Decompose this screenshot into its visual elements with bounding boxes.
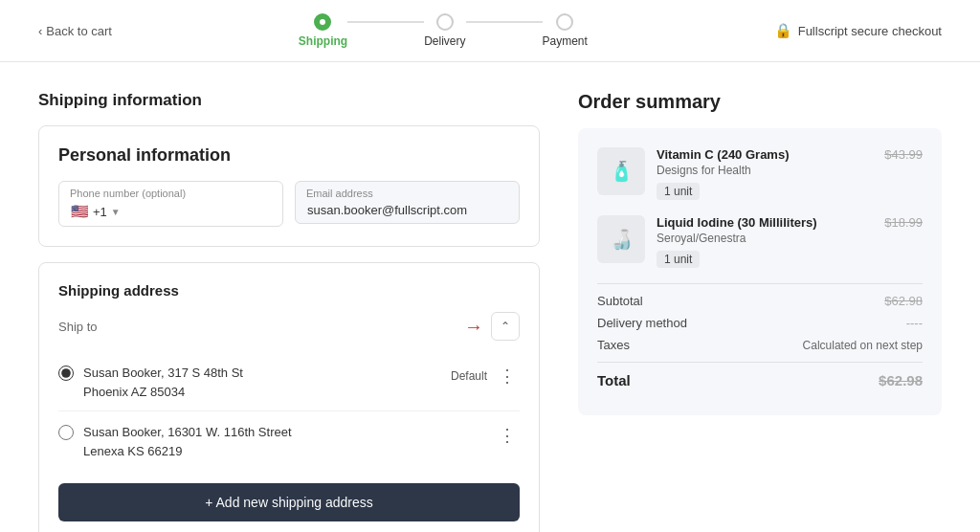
address-menu-2[interactable]: ⋮ (495, 423, 520, 448)
phone-field: Phone number (optional) 🇺🇸 +1 ▼ (58, 181, 283, 227)
personal-info-card: Personal information Phone number (optio… (38, 125, 540, 247)
address-line2-2: Lenexa KS 66219 (83, 444, 182, 458)
back-arrow-icon: ‹ (38, 24, 42, 38)
ship-to-row: Ship to → ⌃ (58, 312, 520, 341)
delivery-value: ---- (906, 316, 923, 330)
add-shipping-address-button[interactable]: + Add new shipping address (58, 483, 520, 521)
address-item-1: Susan Booker, 317 S 48th St Phoenix AZ 8… (58, 354, 520, 411)
product-name-2: Liquid Iodine (30 Milliliters) (657, 215, 873, 230)
secure-checkout: 🔒 Fullscript secure checkout (774, 22, 942, 39)
address-text-1: Susan Booker, 317 S 48th St Phoenix AZ 8… (83, 364, 243, 401)
right-column: Order summary 🧴 Vitamin C (240 Grams) De… (578, 91, 942, 415)
address-line1-1: Susan Booker, 317 S 48th St (83, 366, 243, 380)
phone-country-code: +1 (93, 205, 107, 219)
product-info-2: Liquid Iodine (30 Milliliters) Seroyal/G… (657, 215, 873, 268)
address-radio-2[interactable] (58, 425, 74, 440)
product-brand-2: Seroyal/Genestra (657, 232, 873, 245)
taxes-value: Calculated on next step (803, 339, 923, 352)
back-to-cart-link[interactable]: ‹ Back to cart (38, 24, 112, 38)
toggle-addresses-button[interactable]: ⌃ (491, 312, 520, 341)
step-payment: Payment (543, 13, 588, 48)
product-image-1: 🧴 (597, 147, 645, 195)
address-radio-1[interactable] (58, 366, 74, 381)
address-item-2: Susan Booker, 16301 W. 116th Street Lene… (58, 413, 520, 470)
back-to-cart-label: Back to cart (46, 24, 112, 38)
order-summary-title: Order summary (578, 91, 942, 113)
phone-prefix[interactable]: 🇺🇸 +1 ▼ (71, 203, 121, 220)
checkout-steps: Shipping Delivery Payment (299, 13, 588, 48)
red-arrow-icon: → (464, 317, 483, 336)
address-right-2: ⋮ (495, 423, 520, 448)
delivery-row: Delivery method ---- (597, 316, 923, 330)
arrow-container: → ⌃ (464, 312, 520, 341)
shipping-address-title: Shipping address (58, 282, 520, 299)
total-value: $62.98 (879, 372, 923, 388)
order-item-2: 🍶 Liquid Iodine (30 Milliliters) Seroyal… (597, 215, 923, 268)
address-right-1: Default ⋮ (451, 364, 520, 388)
address-text-2: Susan Booker, 16301 W. 116th Street Lene… (83, 423, 292, 460)
address-left-1: Susan Booker, 317 S 48th St Phoenix AZ 8… (58, 364, 243, 401)
product-unit-2: 1 unit (657, 251, 700, 268)
product-unit-1: 1 unit (657, 183, 700, 200)
email-field: Email address (295, 181, 520, 227)
total-row: Total $62.98 (597, 372, 923, 388)
step-label-shipping: Shipping (299, 34, 347, 48)
product-price-2: $18.99 (884, 215, 923, 230)
ship-to-label: Ship to (58, 320, 97, 334)
product-brand-1: Designs for Health (657, 164, 873, 177)
email-label: Email address (306, 188, 373, 199)
step-circle-shipping (314, 13, 331, 31)
address-left-2: Susan Booker, 16301 W. 116th Street Lene… (58, 423, 292, 460)
taxes-row: Taxes Calculated on next step (597, 338, 923, 352)
product-price-1: $43.99 (884, 147, 923, 162)
delivery-label: Delivery method (597, 316, 687, 330)
flag-icon: 🇺🇸 (71, 203, 89, 220)
step-delivery: Delivery (424, 13, 465, 48)
secure-checkout-label: Fullscript secure checkout (798, 24, 942, 38)
step-circle-payment (556, 13, 573, 31)
product-image-2: 🍶 (597, 215, 645, 263)
address-list: Susan Booker, 317 S 48th St Phoenix AZ 8… (58, 354, 520, 470)
product-info-1: Vitamin C (240 Grams) Designs for Health… (657, 147, 873, 200)
step-line-1 (347, 21, 424, 23)
default-badge: Default (451, 369, 487, 383)
phone-label: Phone number (optional) (70, 188, 186, 199)
step-line-2 (466, 21, 543, 23)
step-circle-delivery (436, 13, 454, 31)
form-row: Phone number (optional) 🇺🇸 +1 ▼ Email ad… (58, 181, 520, 227)
step-shipping: Shipping (299, 13, 347, 48)
phone-chevron-icon: ▼ (111, 207, 121, 217)
step-label-payment: Payment (543, 34, 588, 48)
header: ‹ Back to cart Shipping Delivery Payment… (0, 0, 980, 62)
address-line1-2: Susan Booker, 16301 W. 116th Street (83, 425, 292, 439)
subtotal-label: Subtotal (597, 294, 643, 308)
lock-icon: 🔒 (774, 22, 792, 39)
taxes-label: Taxes (597, 338, 630, 352)
divider-1 (597, 283, 923, 284)
order-summary-card: 🧴 Vitamin C (240 Grams) Designs for Heal… (578, 128, 942, 415)
personal-info-title: Personal information (58, 145, 520, 166)
divider-2 (597, 362, 923, 363)
left-column: Shipping information Personal informatio… (38, 91, 578, 532)
main-content: Shipping information Personal informatio… (0, 62, 980, 532)
address-line2-1: Phoenix AZ 85034 (83, 385, 185, 399)
order-item-1: 🧴 Vitamin C (240 Grams) Designs for Heal… (597, 147, 923, 200)
shipping-section-title: Shipping information (38, 91, 540, 110)
product-icon-2: 🍶 (610, 228, 634, 251)
subtotal-value: $62.98 (884, 294, 923, 308)
subtotal-row: Subtotal $62.98 (597, 294, 923, 308)
address-menu-1[interactable]: ⋮ (495, 364, 520, 388)
product-name-1: Vitamin C (240 Grams) (657, 147, 873, 162)
shipping-address-card: Shipping address Ship to → ⌃ Su (38, 262, 540, 532)
step-label-delivery: Delivery (424, 34, 465, 48)
product-icon-1: 🧴 (610, 160, 634, 183)
total-label: Total (597, 372, 631, 388)
